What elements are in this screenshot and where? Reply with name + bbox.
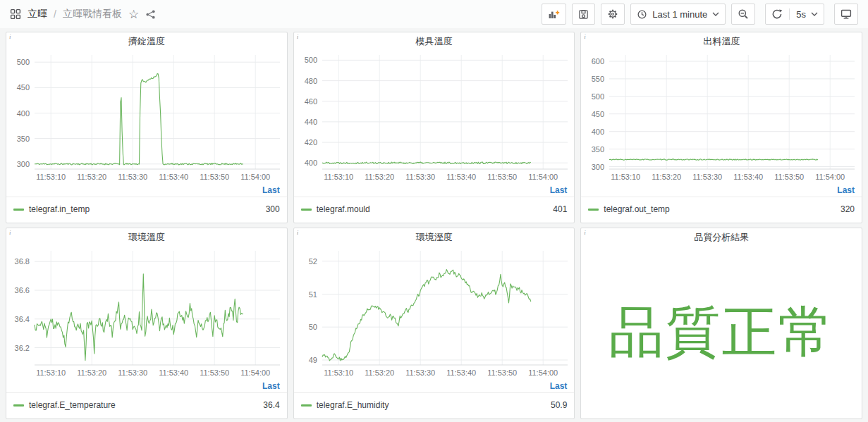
info-icon[interactable]: i <box>9 229 11 236</box>
svg-text:400: 400 <box>592 128 604 136</box>
kiosk-monitor-icon <box>841 8 852 20</box>
svg-text:11:53:10: 11:53:10 <box>36 368 66 377</box>
panel-env-humidity: i 環境溼度 11:53:1011:53:2011:53:3011:53:401… <box>293 228 575 419</box>
svg-text:350: 350 <box>17 135 30 143</box>
legend-last-header[interactable]: Last <box>294 185 575 197</box>
time-series-chart[interactable]: 11:53:1011:53:2011:53:3011:53:4011:53:50… <box>294 51 575 185</box>
svg-text:480: 480 <box>304 77 317 85</box>
svg-text:11:53:20: 11:53:20 <box>365 368 394 377</box>
svg-text:11:53:50: 11:53:50 <box>775 173 805 181</box>
time-series-chart[interactable]: 11:53:1011:53:2011:53:3011:53:4011:53:50… <box>581 51 862 185</box>
panel-title[interactable]: 環境溼度 <box>294 228 575 247</box>
svg-text:11:54:00: 11:54:00 <box>240 368 270 377</box>
star-icon[interactable]: ☆ <box>128 8 139 20</box>
svg-text:11:53:20: 11:53:20 <box>77 173 106 181</box>
svg-text:350: 350 <box>592 145 604 154</box>
panel-title[interactable]: 模具溫度 <box>294 32 575 51</box>
quality-status-text: 品質正常 <box>609 296 834 370</box>
svg-text:11:53:30: 11:53:30 <box>693 173 723 181</box>
settings-gear-icon <box>607 8 618 20</box>
breadcrumb-dashboard-title[interactable]: 立暉戰情看板 <box>63 8 122 20</box>
dashboard-settings-button[interactable] <box>601 4 625 25</box>
info-icon[interactable]: i <box>9 33 11 40</box>
kiosk-mode-button[interactable] <box>834 4 858 25</box>
svg-text:11:53:50: 11:53:50 <box>487 368 517 377</box>
legend-last-header[interactable]: Last <box>6 380 287 393</box>
breadcrumb-separator: / <box>54 8 56 20</box>
svg-text:300: 300 <box>592 163 604 171</box>
svg-text:450: 450 <box>17 83 30 92</box>
info-icon[interactable]: i <box>297 229 299 236</box>
svg-text:11:54:00: 11:54:00 <box>816 173 845 181</box>
dashboard-grid: i 擠錠溫度 11:53:1011:53:2011:53:3011:53:401… <box>0 28 868 421</box>
series-name[interactable]: telegraf.in_temp <box>29 204 90 214</box>
svg-text:450: 450 <box>592 110 604 118</box>
time-series-chart[interactable]: 11:53:1011:53:2011:53:3011:53:4011:53:50… <box>6 247 287 380</box>
dashboard-grid-icon[interactable] <box>10 8 21 20</box>
series-color-dash <box>301 209 312 211</box>
time-series-chart[interactable]: 11:53:1011:53:2011:53:3011:53:4011:53:50… <box>6 51 287 185</box>
info-icon[interactable]: i <box>584 229 586 236</box>
svg-text:11:53:40: 11:53:40 <box>446 173 476 181</box>
time-series-chart[interactable]: 11:53:1011:53:2011:53:3011:53:4011:53:50… <box>294 247 575 380</box>
add-panel-button[interactable] <box>542 4 566 25</box>
svg-text:11:53:30: 11:53:30 <box>118 173 147 181</box>
panel-title[interactable]: 擠錠溫度 <box>6 32 287 51</box>
breadcrumb-folder[interactable]: 立暉 <box>27 8 47 20</box>
svg-text:50: 50 <box>308 323 317 331</box>
legend-last-header[interactable]: Last <box>6 185 287 197</box>
svg-text:11:53:20: 11:53:20 <box>365 173 394 181</box>
save-icon <box>578 9 589 20</box>
series-last-value: 300 <box>266 204 280 214</box>
series-name[interactable]: telegraf.out_temp <box>604 204 669 214</box>
panel-env-temperature: i 環境溫度 11:53:1011:53:2011:53:3011:53:401… <box>6 228 288 419</box>
svg-text:500: 500 <box>592 92 604 101</box>
svg-text:11:53:20: 11:53:20 <box>77 368 106 377</box>
series-name[interactable]: telegraf.mould <box>317 204 370 214</box>
info-icon[interactable]: i <box>584 33 586 40</box>
svg-text:36.8: 36.8 <box>15 257 30 266</box>
svg-text:36.2: 36.2 <box>15 344 30 352</box>
svg-text:550: 550 <box>592 75 604 83</box>
panel-title[interactable]: 環境溫度 <box>6 228 287 247</box>
svg-text:36.6: 36.6 <box>15 286 30 294</box>
legend-row: telegraf.in_temp 300 <box>6 197 287 223</box>
svg-text:11:53:20: 11:53:20 <box>652 173 682 181</box>
legend-last-header[interactable]: Last <box>581 185 862 197</box>
refresh-icon <box>771 8 783 20</box>
share-icon[interactable] <box>145 9 156 20</box>
panel-in-temp: i 擠錠溫度 11:53:1011:53:2011:53:3011:53:401… <box>6 32 288 223</box>
panel-mould-temp: i 模具溫度 11:53:1011:53:2011:53:3011:53:401… <box>293 32 575 223</box>
save-dashboard-button[interactable] <box>572 4 595 25</box>
panel-title[interactable]: 品質分析結果 <box>581 228 862 247</box>
svg-text:51: 51 <box>308 290 317 299</box>
panel-title[interactable]: 出料溫度 <box>581 32 862 51</box>
svg-text:600: 600 <box>592 57 604 66</box>
svg-text:11:54:00: 11:54:00 <box>528 368 558 377</box>
add-panel-icon <box>548 8 560 20</box>
refresh-button-group[interactable]: 5s <box>765 4 824 25</box>
svg-text:11:53:50: 11:53:50 <box>200 368 229 377</box>
svg-text:11:53:10: 11:53:10 <box>324 368 353 377</box>
series-name[interactable]: telegraf.E_temperature <box>29 400 116 410</box>
zoom-out-button[interactable] <box>731 4 755 25</box>
svg-text:300: 300 <box>17 160 30 168</box>
series-last-value: 320 <box>841 204 855 214</box>
series-color-dash <box>301 404 312 407</box>
info-icon[interactable]: i <box>297 33 299 40</box>
series-color-dash <box>588 209 599 211</box>
svg-text:440: 440 <box>304 118 317 126</box>
series-color-dash <box>13 404 24 407</box>
svg-text:11:53:10: 11:53:10 <box>36 173 66 181</box>
svg-text:11:54:00: 11:54:00 <box>528 173 558 181</box>
chevron-down-icon <box>811 12 818 16</box>
series-color-dash <box>13 209 24 211</box>
svg-text:11:53:30: 11:53:30 <box>405 368 435 377</box>
svg-text:500: 500 <box>304 56 317 64</box>
svg-text:420: 420 <box>304 138 317 147</box>
svg-text:11:53:30: 11:53:30 <box>405 173 435 181</box>
series-name[interactable]: telegraf.E_humidity <box>317 400 389 410</box>
refresh-interval-label: 5s <box>796 9 806 20</box>
legend-last-header[interactable]: Last <box>294 380 575 393</box>
time-range-picker[interactable]: Last 1 minute <box>630 4 726 25</box>
